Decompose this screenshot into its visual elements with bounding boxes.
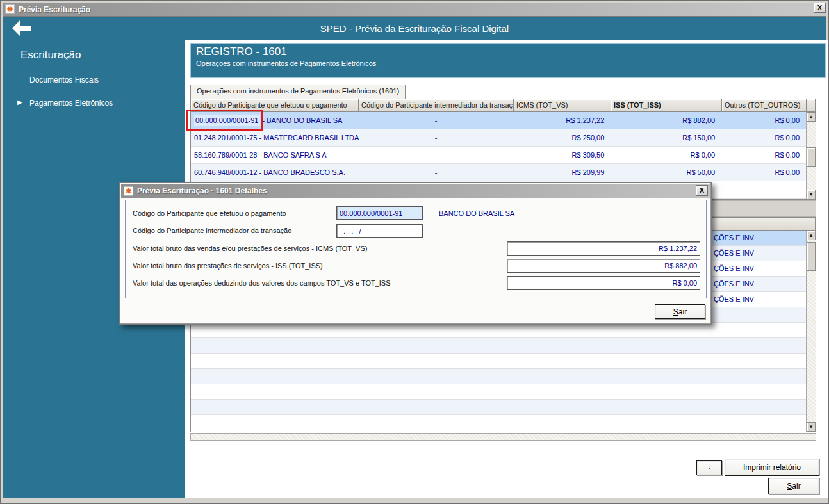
table-cell: - xyxy=(359,164,514,181)
scrollbar-thumb[interactable] xyxy=(807,242,816,271)
dot-button[interactable]: · xyxy=(696,460,722,475)
empty-table-row[interactable] xyxy=(191,338,806,354)
details-dialog: ❋ Prévia Escrituração - 1601 Detalhes X … xyxy=(119,182,712,325)
table-cell: R$ 882,00 xyxy=(611,112,721,129)
grid1-vertical-scrollbar[interactable]: ▲ ▼ xyxy=(806,112,816,199)
page-header: SPED - Prévia da Escrituração Fiscal Dig… xyxy=(3,17,826,40)
close-icon[interactable]: X xyxy=(696,185,708,196)
field-label: Valor total das operações deduzindo dos … xyxy=(133,279,391,287)
tot-vs-field[interactable] xyxy=(507,241,700,256)
annotation-red-box xyxy=(186,110,263,131)
table-cell: R$ 0,00 xyxy=(721,112,806,129)
table-cell: - xyxy=(359,112,514,129)
scroll-down-icon[interactable]: ▼ xyxy=(807,422,816,432)
field-label: Código do Participante que efetuou o pag… xyxy=(133,209,286,217)
table-cell: R$ 209,99 xyxy=(513,164,611,181)
table-row[interactable]: 01.248.201/0001-75 - MASTERCARD BRASIL L… xyxy=(191,129,806,147)
sidebar-item-label: Pagamentos Eletrônicos xyxy=(29,99,113,108)
sidebar-item-label: Documentos Fiscais xyxy=(29,76,99,85)
tab-operacoes-1601[interactable]: Operações com instrumentos de Pagamentos… xyxy=(190,85,406,99)
field-label: Valor total bruto das prestações de serv… xyxy=(133,262,323,270)
dialog-titlebar[interactable]: ❋ Prévia Escrituração - 1601 Detalhes xyxy=(121,184,710,198)
page-title: SPED - Prévia da Escrituração Fiscal Dig… xyxy=(3,23,826,34)
column-header[interactable]: ISS (TOT_ISS) xyxy=(611,99,722,112)
window-titlebar[interactable]: ❋ Prévia Escrituração xyxy=(3,3,826,17)
scrollbar-thumb[interactable] xyxy=(807,147,816,167)
table-cell: - xyxy=(359,129,514,146)
column-header[interactable]: Código do Participante intermediador da … xyxy=(359,99,514,112)
close-icon[interactable]: X xyxy=(814,3,826,13)
app-window: ❋ Prévia Escrituração X SPED - Prévia da… xyxy=(0,0,829,504)
empty-table-row[interactable] xyxy=(191,354,806,369)
scroll-up-icon[interactable]: ▲ xyxy=(807,112,816,122)
empty-table-row[interactable] xyxy=(191,384,806,400)
column-header[interactable]: ICMS (TOT_VS) xyxy=(514,99,611,112)
scroll-up-icon[interactable]: ▲ xyxy=(807,231,816,240)
table-cell: R$ 50,00 xyxy=(611,164,721,181)
field-label: Valor total bruto das vendas e/ou presta… xyxy=(133,245,367,252)
table-cell: R$ 250,00 xyxy=(513,129,611,146)
scroll-down-icon[interactable]: ▼ xyxy=(807,190,816,199)
active-item-arrow-icon: ▶ xyxy=(17,99,22,106)
column-header[interactable]: Outros (TOT_OUTROS) xyxy=(722,99,807,112)
print-report-button[interactable]: Imprimir relatório xyxy=(725,459,819,476)
intermediator-code-field[interactable] xyxy=(336,224,423,238)
tot-outros-field[interactable] xyxy=(507,276,700,290)
grid2-vertical-scrollbar[interactable]: ▲ ▼ xyxy=(806,231,816,432)
table-row[interactable]: 58.160.789/0001-28 - BANCO SAFRA S A-R$ … xyxy=(191,147,806,164)
empty-table-row[interactable] xyxy=(191,400,806,415)
table-row[interactable]: 00.000.000/0001-91 - BANCO DO BRASIL SA-… xyxy=(191,112,806,129)
dialog-exit-button[interactable]: Sair xyxy=(655,304,705,319)
table-cell: R$ 309,50 xyxy=(513,147,611,163)
participant-code-field[interactable] xyxy=(336,206,423,220)
grid2-horizontal-scrollbar[interactable] xyxy=(190,433,816,441)
register-panel: REGISTRO - 1601 Operações com instrument… xyxy=(190,43,826,78)
table-cell: R$ 0,00 xyxy=(721,147,806,163)
participants-table-header: Código do Participante que efetuou o pag… xyxy=(191,99,816,112)
app-icon: ❋ xyxy=(124,186,133,196)
sidebar-heading: Escrituração xyxy=(21,49,185,61)
sidebar-item-pagamentos-eletronicos[interactable]: ▶ Pagamentos Eletrônicos xyxy=(29,99,185,108)
window-title: Prévia Escrituração xyxy=(19,5,90,14)
sidebar-item-documentos-fiscais[interactable]: Documentos Fiscais xyxy=(29,76,185,85)
register-title: REGISTRO - 1601 xyxy=(196,45,820,58)
table-cell: R$ 0,00 xyxy=(721,129,806,146)
table-cell: R$ 150,00 xyxy=(611,129,721,146)
table-cell: R$ 0,00 xyxy=(721,164,806,181)
table-cell: - xyxy=(359,147,514,163)
empty-table-row[interactable] xyxy=(191,323,806,338)
register-subtitle: Operações com instrumentos de Pagamentos… xyxy=(196,60,820,67)
table-row[interactable]: 60.746.948/0001-12 - BANCO BRADESCO S.A.… xyxy=(191,164,806,181)
dialog-title: Prévia Escrituração - 1601 Detalhes xyxy=(137,186,267,195)
app-icon: ❋ xyxy=(5,4,15,14)
column-header-filler xyxy=(807,99,816,112)
table-cell: R$ 1.237,22 xyxy=(513,112,611,129)
tot-iss-field[interactable] xyxy=(507,259,700,273)
empty-table-row[interactable] xyxy=(191,369,806,384)
empty-table-row[interactable] xyxy=(191,415,806,430)
participant-name-text: BANCO DO BRASIL SA xyxy=(439,209,514,217)
table-cell: R$ 0,00 xyxy=(611,147,721,163)
exit-button[interactable]: Sair xyxy=(768,478,819,494)
back-arrow-icon[interactable] xyxy=(12,20,32,37)
field-label: Código do Participante intermediador da … xyxy=(133,227,291,234)
